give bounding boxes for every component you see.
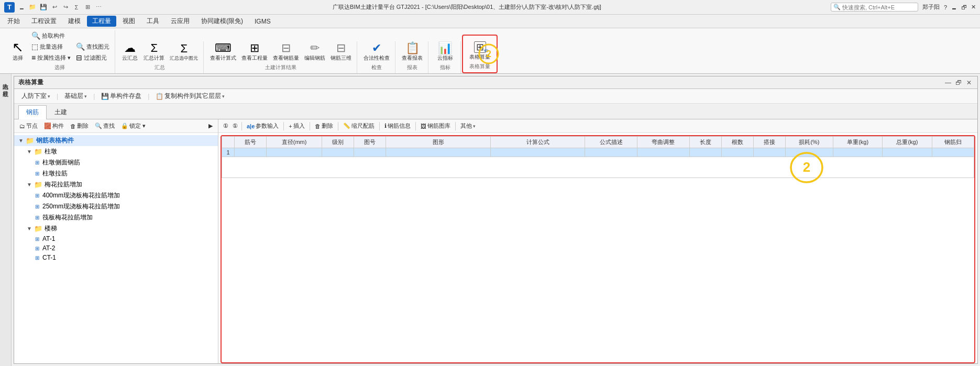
ribbon-btn-legality[interactable]: ✔ 合法性检查 <box>361 41 392 63</box>
tree-plum-400[interactable]: ⊞ 400mm现浇板梅花拉筋增加 <box>14 190 218 201</box>
tab-rebar[interactable]: 钢筋 <box>18 105 47 119</box>
cell-splice-1[interactable] <box>753 148 785 157</box>
menu-cloud[interactable]: 云应用 <box>166 16 195 27</box>
grid-btn-rebar-info[interactable]: ℹ 钢筋信息 <box>382 121 413 131</box>
cell-count-1[interactable] <box>721 148 753 157</box>
menu-modeling[interactable]: 建模 <box>63 16 86 27</box>
node-icon: 🗂 <box>19 123 25 129</box>
tree-plum-250[interactable]: ⊞ 250mm现浇板梅花拉筋增加 <box>14 201 218 212</box>
tree-btn-delete[interactable]: 🗑 删除 <box>68 121 91 131</box>
cell-rebar-ref-1[interactable] <box>932 148 974 157</box>
tree-group-col[interactable]: ▼ 📁 柱墩 <box>14 146 218 157</box>
cell-shape-1[interactable] <box>386 148 491 157</box>
sub-window-close[interactable]: ✕ <box>965 79 973 87</box>
tab-civil[interactable]: 土建 <box>47 105 75 119</box>
cell-length-1[interactable] <box>689 148 721 157</box>
layer-dropdown-arrow: ▾ <box>84 94 87 99</box>
table-row[interactable]: 1 <box>222 148 974 157</box>
sum-icon[interactable]: Σ <box>72 3 81 12</box>
sub-toolbar-copy[interactable]: 📋 复制构件到其它层层 ▾ <box>152 91 228 102</box>
new-icon[interactable]: 🗕 <box>17 3 26 12</box>
open-icon[interactable]: 📁 <box>28 3 37 12</box>
grid-btn-other[interactable]: 其他 ▾ <box>458 121 478 131</box>
cell-loss-1[interactable] <box>785 148 833 157</box>
menu-start[interactable]: 开始 <box>2 16 25 27</box>
left-nav-guide[interactable]: 导航栏 <box>1 83 10 90</box>
minimize-btn[interactable]: 🗕 <box>951 4 957 10</box>
quick-search-box[interactable]: 🔍 <box>831 3 918 12</box>
sub-toolbar-layer[interactable]: 基础层 ▾ <box>61 91 90 102</box>
tree-btn-find[interactable]: 🔍 查找 <box>93 121 117 131</box>
ribbon-btn-select[interactable]: ↖ 选择 <box>7 39 28 63</box>
tree-col-side[interactable]: ⊞ 柱墩侧面钢筋 <box>14 157 218 168</box>
cell-grade-1[interactable] <box>322 148 354 157</box>
grid-icon[interactable]: ⊞ <box>83 3 92 12</box>
ribbon-btn-view-formula[interactable]: ⌨ 查看计算式 <box>208 41 238 63</box>
tree-plum-box[interactable]: ⊞ 筏板梅花拉筋增加 <box>14 212 218 223</box>
ribbon-btn-pick[interactable]: 🔍 拾取构件 <box>29 30 73 41</box>
tree-btn-component[interactable]: 🧱 构件 <box>42 121 66 131</box>
tree-col-pull[interactable]: ⊞ 柱墩拉筋 <box>14 168 218 179</box>
tree-btn-lock[interactable]: 🔒 锁定 ▾ <box>119 121 148 131</box>
sub-toolbar-floor[interactable]: 人防下室 ▾ <box>18 91 53 102</box>
tree-ct1[interactable]: ⊞ CT-1 <box>14 253 218 262</box>
cell-rebar-1[interactable] <box>235 148 267 157</box>
grid-btn-param-input[interactable]: a|e 参数输入 <box>244 121 281 131</box>
grid-nav-next[interactable]: ① <box>231 122 239 130</box>
ribbon-btn-attr-select[interactable]: ≡ 按属性选择 ▾ <box>29 52 73 63</box>
sub-toolbar-save[interactable]: 💾 单构件存盘 <box>98 91 145 102</box>
menu-collab[interactable]: 协同建模(限免) <box>196 16 248 27</box>
cell-total-weight-1[interactable] <box>883 148 932 157</box>
ribbon-btn-find[interactable]: 🔍 查找图元 <box>74 41 112 52</box>
close-btn[interactable]: ✕ <box>971 4 976 10</box>
tree-at1[interactable]: ⊞ AT-1 <box>14 234 218 243</box>
ribbon-btn-table-qty[interactable]: ⊞ ✏ 表格算量 <box>467 38 492 62</box>
cell-unit-weight-1[interactable] <box>833 148 883 157</box>
grid-btn-insert[interactable]: + 插入 <box>286 121 307 131</box>
menu-tools[interactable]: 工具 <box>141 16 164 27</box>
tree-group-stair[interactable]: ▼ 📁 楼梯 <box>14 223 218 234</box>
ribbon-btn-batch-select[interactable]: ⬚ 批量选择 <box>29 41 73 52</box>
sub-window-minimize[interactable]: — <box>944 79 952 87</box>
ribbon-btn-calc[interactable]: Σ 汇总计算 <box>141 41 167 63</box>
menu-igms[interactable]: IGMS <box>249 17 276 26</box>
help-icon[interactable]: ? <box>944 4 947 10</box>
ribbon-btn-view-rebar[interactable]: ⊟ 查看钢筋量 <box>271 41 301 63</box>
menu-view[interactable]: 视图 <box>117 16 140 27</box>
ribbon-btn-rebar-3d[interactable]: ⊟ 钢筋三维 <box>328 41 354 63</box>
menu-project-settings[interactable]: 工程设置 <box>26 16 62 27</box>
grid-btn-scale-rebar[interactable]: 📏 缩尺配筋 <box>340 121 377 131</box>
col-count: 根数 <box>721 137 753 148</box>
cell-formula-desc-1[interactable] <box>585 148 637 157</box>
tree-group-plum[interactable]: ▼ 📁 梅花拉筋增加 <box>14 179 218 190</box>
redo-icon[interactable]: ↪ <box>61 3 70 12</box>
more-icon[interactable]: ⋯ <box>94 3 103 12</box>
save-icon[interactable]: 💾 <box>39 3 48 12</box>
grid-nav-prev[interactable]: ① <box>222 122 230 130</box>
left-nav-minus[interactable]: - <box>2 91 10 99</box>
ribbon-btn-view-qty[interactable]: ⊞ 查看工程量 <box>239 41 270 63</box>
ribbon-btn-edit-rebar[interactable]: ✏ 编辑钢筋 <box>302 41 327 63</box>
tree-col-pull-label: 柱墩拉筋 <box>42 169 68 178</box>
menu-quantities[interactable]: 工程量 <box>87 16 116 27</box>
undo-icon[interactable]: ↩ <box>50 3 59 12</box>
cell-formula-1[interactable] <box>491 148 585 157</box>
ribbon-btn-filter[interactable]: ⊟ 过滤图元 <box>74 52 112 63</box>
ribbon-btn-view-report[interactable]: 📋 查看报表 <box>400 41 425 63</box>
tree-root[interactable]: ▼ 📁 钢筋表格构件 <box>14 135 218 146</box>
cell-adjust-1[interactable] <box>637 148 689 157</box>
tree-at1-label: AT-1 <box>42 235 55 242</box>
cell-drawing-no-1[interactable] <box>354 148 386 157</box>
tree-at2[interactable]: ⊞ AT-2 <box>14 243 218 253</box>
ribbon-btn-calc-selected[interactable]: Σ 汇总选中图元 <box>168 42 200 63</box>
ribbon-btn-cloud-index[interactable]: 📊 云指标 <box>435 41 456 63</box>
maximize-btn[interactable]: 🗗 <box>961 4 967 10</box>
grid-btn-delete-row[interactable]: 🗑 删除 <box>312 121 336 131</box>
tree-btn-expand[interactable]: ▶ <box>206 121 215 130</box>
sub-window-restore[interactable]: 🗗 <box>954 79 963 87</box>
ribbon-btn-cloud-sum[interactable]: ☁ 云汇总 <box>119 41 140 63</box>
cell-diameter-1[interactable] <box>267 148 322 157</box>
quick-search-input[interactable] <box>842 4 916 10</box>
tree-btn-node[interactable]: 🗂 节点 <box>17 121 40 131</box>
grid-btn-rebar-lib[interactable]: 🖼 钢筋图库 <box>418 121 453 131</box>
